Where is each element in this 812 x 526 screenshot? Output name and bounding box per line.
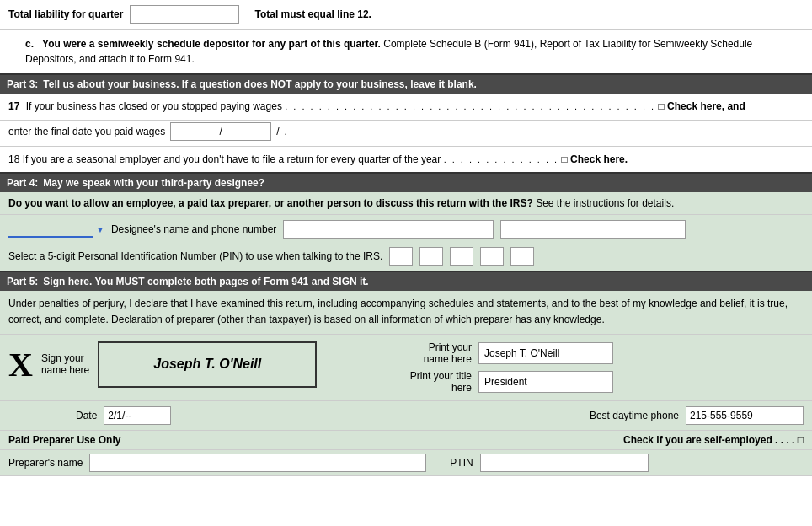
print-title-input[interactable]: President: [478, 371, 613, 393]
date-label: Date: [76, 410, 97, 421]
pin-box-4[interactable]: [480, 247, 504, 266]
designee-name-label: Designee's name and phone number: [111, 223, 276, 235]
date-phone-row: Date Best daytime phone: [0, 401, 812, 431]
part4-description: May we speak with your third-party desig…: [43, 177, 264, 189]
q17-date-input[interactable]: [170, 122, 271, 141]
question-17-row: 17 If your business has closed or you st…: [0, 94, 812, 121]
q17-period: .: [284, 126, 286, 137]
pin-box-2[interactable]: [419, 247, 443, 266]
form-941-page: Total liability for quarter Total must e…: [0, 0, 812, 476]
pin-box-3[interactable]: [450, 247, 473, 266]
part4-body-text: Do you want to allow an employee, a paid…: [8, 197, 533, 209]
part5-body-text: Under penalties of perjury, I declare th…: [8, 298, 788, 325]
q18-dots: . . . . . . . . . . . . . .: [444, 154, 559, 164]
pin-box-5[interactable]: [510, 247, 534, 266]
x-mark: X: [8, 345, 33, 384]
q18-text: If you are a seasonal employer and you d…: [23, 153, 441, 165]
ptin-input[interactable]: [480, 454, 649, 472]
print-name-row: Print your name here Joseph T. O'Neill: [404, 341, 613, 365]
part5-header: Part 5: Sign here. You MUST complete bot…: [0, 272, 812, 291]
part4-body: Do you want to allow an employee, a paid…: [0, 192, 812, 215]
q17-check: □ Check here, and: [658, 100, 745, 112]
print-title-label: Print your title here: [404, 370, 472, 394]
part5-body: Under penalties of perjury, I declare th…: [0, 291, 812, 334]
part5-description: Sign here. You MUST complete both pages …: [43, 276, 368, 287]
sign-label-2: name here: [41, 364, 89, 376]
preparer-name-input[interactable]: [89, 454, 426, 472]
part3-description: Tell us about your business. If a questi…: [43, 78, 477, 90]
part5-label: Part 5:: [7, 276, 38, 287]
self-employed-check: Check if you are self-employed . . . . □: [623, 434, 804, 446]
part4-label: Part 4:: [7, 177, 38, 189]
q17-date-row: enter the final date you paid wages / .: [0, 121, 812, 147]
pin-box-1[interactable]: [389, 247, 413, 266]
print-name-input[interactable]: Joseph T. O'Neill: [478, 342, 613, 364]
dropdown-arrow-icon: ▼: [96, 225, 104, 234]
total-liability-row: Total liability for quarter Total must e…: [0, 0, 812, 30]
sign-label-1: Sign your: [41, 352, 89, 364]
dropdown-line: [8, 221, 93, 238]
phone-label: Best daytime phone: [590, 410, 679, 421]
q17-number: 17: [8, 100, 19, 112]
sign-right: Print your name here Joseph T. O'Neill P…: [404, 341, 613, 394]
print-name-label: Print your name here: [404, 341, 472, 365]
part3-header: Part 3: Tell us about your business. If …: [0, 75, 812, 94]
print-title-value: President: [484, 376, 527, 388]
q17-dots: . . . . . . . . . . . . . . . . . . . . …: [285, 101, 655, 111]
question-18-row: 18 If you are a seasonal employer and yo…: [0, 147, 812, 174]
designee-name-input[interactable]: [283, 220, 494, 239]
q17-date-label: enter the final date you paid wages: [8, 126, 165, 137]
q18-check: □ Check here.: [562, 153, 628, 165]
designee-phone-input[interactable]: [500, 220, 686, 239]
phone-input[interactable]: [686, 406, 804, 425]
signature-text: Joseph T. O'Neill: [153, 357, 261, 372]
signature-box[interactable]: Joseph T. O'Neill: [98, 341, 317, 388]
pin-row: Select a 5-digit Personal Identification…: [0, 244, 812, 272]
section-c-letter: c.: [25, 38, 40, 50]
date-right-section: Best daytime phone: [590, 406, 804, 425]
total-must-equal-label: Total must equal line 12.: [254, 8, 371, 20]
preparer-name-label: Preparer's name: [8, 457, 83, 469]
paid-preparer-header: Paid Preparer Use Only Check if you are …: [0, 431, 812, 450]
sign-section: X Sign your name here Joseph T. O'Neill …: [0, 335, 812, 401]
date-input[interactable]: [104, 406, 171, 425]
section-c-bold: You were a semiweekly schedule depositor…: [42, 38, 381, 50]
print-title-row: Print your title here President: [404, 370, 613, 394]
sign-left: X Sign your name here Joseph T. O'Neill: [8, 341, 387, 388]
preparer-row: Preparer's name PTIN: [0, 450, 812, 476]
designee-row: ▼ Designee's name and phone number: [0, 215, 812, 244]
ptin-label: PTIN: [450, 457, 473, 469]
sign-label-block: Sign your name here: [41, 352, 89, 376]
total-liability-input[interactable]: [130, 5, 239, 24]
q18-number: 18: [8, 153, 19, 165]
designee-dropdown[interactable]: ▼: [8, 221, 104, 238]
part4-see-instructions: See the instructions for details.: [536, 197, 674, 209]
paid-preparer-label: Paid Preparer Use Only: [8, 434, 120, 446]
total-liability-label: Total liability for quarter: [8, 8, 123, 20]
pin-label: Select a 5-digit Personal Identification…: [8, 250, 382, 262]
section-c: c. You were a semiweekly schedule deposi…: [0, 30, 812, 75]
q17-slash: /: [276, 126, 279, 137]
q17-text: If your business has closed or you stopp…: [26, 100, 282, 112]
part4-header: Part 4: May we speak with your third-par…: [0, 174, 812, 192]
part3-label: Part 3:: [7, 78, 38, 90]
print-name-value: Joseph T. O'Neill: [484, 347, 559, 359]
